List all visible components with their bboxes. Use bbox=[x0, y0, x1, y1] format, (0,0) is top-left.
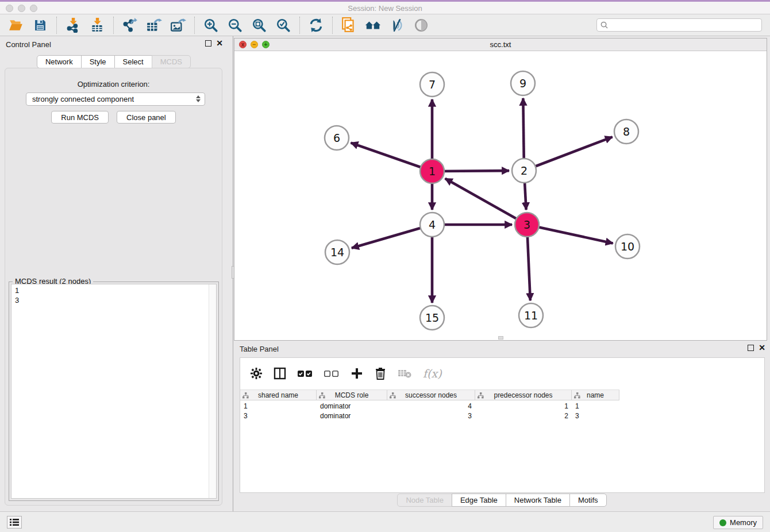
table-cell[interactable]: 1 bbox=[572, 401, 619, 411]
node-6[interactable]: 6 bbox=[325, 126, 349, 150]
table-cell[interactable]: dominator bbox=[317, 411, 387, 421]
window-titlebar: Session: New Session bbox=[0, 0, 770, 14]
import-table-icon[interactable] bbox=[89, 17, 105, 33]
column-header-predecessor-nodes[interactable]: predecessor nodes bbox=[475, 390, 572, 400]
table-tab-network-table[interactable]: Network Table bbox=[506, 494, 570, 507]
node-4[interactable]: 4 bbox=[420, 213, 444, 237]
node-8[interactable]: 8 bbox=[614, 119, 638, 144]
node-9[interactable]: 9 bbox=[511, 71, 535, 95]
table-cell[interactable]: 3 bbox=[240, 411, 317, 421]
mcds-result-list[interactable]: 13 bbox=[11, 284, 217, 499]
network-window-titlebar[interactable]: x − + scc.txt bbox=[234, 38, 767, 51]
close-panel-button[interactable]: Close panel bbox=[117, 111, 176, 124]
node-14[interactable]: 14 bbox=[325, 240, 349, 264]
edge-2-8[interactable] bbox=[524, 137, 613, 171]
table-cell[interactable]: 1 bbox=[475, 401, 572, 411]
first-neighbors-icon[interactable] bbox=[365, 17, 381, 33]
zoom-out-icon[interactable] bbox=[227, 17, 243, 33]
node-3[interactable]: 3 bbox=[515, 213, 539, 237]
apply-layout-icon[interactable] bbox=[308, 17, 324, 33]
node-1[interactable]: 1 bbox=[420, 159, 444, 183]
table-cell[interactable]: 4 bbox=[387, 401, 475, 411]
search-input[interactable] bbox=[610, 21, 758, 29]
node-7[interactable]: 7 bbox=[420, 72, 444, 97]
zoom-in-icon[interactable] bbox=[203, 17, 219, 33]
optimization-criterion-label: Optimization criterion: bbox=[5, 80, 222, 88]
select-all-columns-icon[interactable] bbox=[298, 370, 313, 377]
float-table-panel-icon[interactable] bbox=[748, 345, 754, 351]
delete-column-icon[interactable] bbox=[375, 367, 386, 380]
table-tab-motifs[interactable]: Motifs bbox=[569, 494, 607, 507]
export-table-icon[interactable] bbox=[146, 17, 162, 33]
edge-3-1[interactable] bbox=[445, 179, 527, 225]
deselect-all-columns-icon[interactable] bbox=[324, 370, 339, 377]
mcds-tab-content: Optimization criterion: strongly connect… bbox=[5, 68, 222, 506]
column-header-successor-nodes[interactable]: successor nodes bbox=[387, 390, 475, 400]
svg-text:14: 14 bbox=[330, 246, 344, 259]
add-column-icon[interactable] bbox=[351, 367, 363, 380]
zoom-selected-icon[interactable] bbox=[275, 17, 291, 33]
open-session-icon[interactable] bbox=[8, 17, 24, 33]
criterion-select[interactable]: strongly connected component bbox=[26, 92, 205, 106]
save-session-icon[interactable] bbox=[32, 17, 48, 33]
table-tab-edge-table[interactable]: Edge Table bbox=[452, 494, 506, 507]
svg-text:15: 15 bbox=[425, 311, 439, 324]
table-panel: Table Panel ✕ bbox=[234, 342, 770, 510]
memory-label: Memory bbox=[730, 518, 757, 527]
table-settings-icon[interactable] bbox=[251, 368, 262, 379]
tab-mcds[interactable]: MCDS bbox=[152, 55, 191, 68]
svg-text:10: 10 bbox=[621, 240, 634, 253]
search-field[interactable] bbox=[596, 18, 762, 32]
svg-text:8: 8 bbox=[623, 125, 630, 138]
table-row[interactable]: 3dominator323 bbox=[240, 411, 764, 421]
close-panel-icon[interactable]: ✕ bbox=[216, 40, 223, 47]
column-header-MCDS-role[interactable]: MCDS role bbox=[317, 390, 387, 400]
float-panel-icon[interactable] bbox=[205, 40, 211, 47]
svg-text:6: 6 bbox=[333, 132, 340, 144]
node-11[interactable]: 11 bbox=[519, 303, 543, 327]
table-cell[interactable]: 1 bbox=[240, 401, 317, 411]
network-view-window: x − + scc.txt 7968124314101511 bbox=[234, 38, 767, 341]
run-mcds-button[interactable]: Run MCDS bbox=[51, 111, 109, 124]
close-table-panel-icon[interactable]: ✕ bbox=[759, 345, 765, 351]
tab-style[interactable]: Style bbox=[81, 55, 115, 68]
column-header-name[interactable]: name bbox=[572, 390, 619, 400]
delete-table-icon bbox=[398, 369, 411, 378]
edge-3-10[interactable] bbox=[527, 225, 613, 243]
node-10[interactable]: 10 bbox=[615, 234, 640, 259]
result-scrollbar[interactable] bbox=[209, 284, 216, 498]
control-panel-header: Control Panel ✕ bbox=[0, 38, 228, 52]
result-item[interactable]: 3 bbox=[15, 295, 213, 305]
table-cell[interactable]: 3 bbox=[572, 411, 619, 421]
table-rows: 1dominator4113dominator323 bbox=[240, 401, 764, 421]
table-cell[interactable]: 2 bbox=[475, 411, 572, 421]
function-builder-icon: f(x) bbox=[423, 367, 442, 380]
export-image-icon[interactable] bbox=[170, 17, 186, 33]
node-15[interactable]: 15 bbox=[420, 306, 444, 330]
table-cell[interactable]: dominator bbox=[317, 401, 387, 411]
column-header-shared-name[interactable]: shared name bbox=[240, 390, 317, 400]
node-2[interactable]: 2 bbox=[512, 159, 536, 183]
zoom-fit-icon[interactable] bbox=[251, 17, 267, 33]
show-panels-button[interactable] bbox=[7, 516, 22, 529]
tab-select[interactable]: Select bbox=[114, 55, 152, 68]
main-toolbar bbox=[0, 14, 770, 36]
memory-button[interactable]: Memory bbox=[713, 516, 763, 529]
split-table-view-icon[interactable] bbox=[274, 367, 286, 380]
network-graph[interactable]: 7968124314101511 bbox=[234, 51, 767, 340]
show-graphics-icon[interactable] bbox=[413, 17, 429, 33]
import-network-icon[interactable] bbox=[65, 17, 81, 33]
hide-graphics-icon[interactable] bbox=[389, 17, 405, 33]
table-cell[interactable]: 3 bbox=[387, 411, 475, 421]
window-resize-handle[interactable] bbox=[498, 336, 503, 340]
tab-network[interactable]: Network bbox=[37, 55, 82, 68]
result-item[interactable]: 1 bbox=[15, 286, 213, 295]
export-network-icon[interactable] bbox=[122, 17, 138, 33]
memory-status-icon bbox=[719, 519, 726, 526]
network-canvas[interactable]: 7968124314101511 bbox=[234, 51, 767, 340]
table-tab-node-table[interactable]: Node Table bbox=[397, 494, 452, 507]
edge-1-6[interactable] bbox=[351, 143, 432, 171]
network-window-title: scc.txt bbox=[234, 40, 767, 49]
clone-network-icon[interactable] bbox=[341, 17, 357, 33]
table-row[interactable]: 1dominator411 bbox=[240, 401, 764, 411]
